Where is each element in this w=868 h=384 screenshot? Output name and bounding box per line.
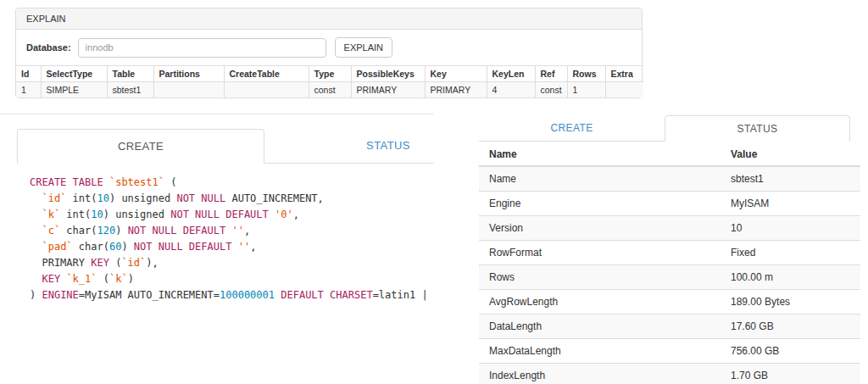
code-token-plain (103, 176, 109, 188)
explain-data-cell: 1 (16, 82, 41, 98)
status-row: DataLength17.60 GB (479, 314, 860, 339)
code-token-str: `pad` (42, 241, 72, 253)
explain-header-cell: Partitions (153, 66, 224, 82)
code-token-kw: KEY (42, 273, 60, 285)
code-token-num: 120 (97, 225, 116, 237)
explain-header-cell: SelectType (41, 66, 107, 82)
explain-data-cell: const (309, 82, 351, 98)
status-header-cell: Name (479, 144, 721, 166)
code-token-plain (269, 209, 275, 220)
status-header-cell: Value (721, 144, 860, 166)
explain-header-cell: CreateTable (224, 66, 309, 82)
code-token-num: 60 (109, 241, 121, 253)
status-name-cell: Engine (479, 192, 721, 216)
explain-data-cell: 4 (487, 82, 535, 98)
explain-data-cell: sbtest1 (107, 82, 153, 98)
code-token-plain: ) (128, 273, 134, 285)
code-token-plain: =latin1 | (373, 289, 428, 301)
explain-form: Database: EXPLAIN (16, 30, 642, 65)
code-token-plain (30, 273, 42, 285)
code-token-plain: int( (66, 192, 97, 204)
code-token-plain: ) (30, 289, 42, 301)
explain-header-row: IdSelectTypeTablePartitionsCreateTableTy… (16, 66, 643, 82)
explain-data-cell: SIMPLE (41, 82, 107, 98)
explain-header-cell: KeyLen (487, 66, 535, 82)
database-label: Database: (26, 42, 71, 53)
code-line: `c` char(120) NOT NULL DEFAULT '', (30, 223, 434, 239)
status-name-cell: Rows (479, 265, 721, 290)
status-row: AvgRowLength189.00 Bytes (479, 290, 860, 314)
code-token-plain: =MyISAM AUTO_INCREMENT= (79, 289, 220, 301)
tab-create[interactable]: CREATE (17, 129, 264, 164)
status-value-cell: 1.70 GB (721, 364, 860, 384)
explain-panel: EXPLAIN Database: EXPLAIN IdSelectTypeTa… (15, 8, 643, 98)
status-name-cell: AvgRowLength (479, 290, 721, 314)
code-token-kw: NOT NULL DEFAULT (170, 209, 269, 220)
status-value-cell: 17.60 GB (721, 314, 860, 339)
tab-create[interactable]: CREATE (479, 115, 665, 141)
code-token-num: 10 (97, 192, 108, 204)
status-name-cell: RowFormat (479, 241, 721, 265)
explain-data-cell: PRIMARY (425, 82, 487, 98)
explain-data-row: 1SIMPLEsbtest1 constPRIMARYPRIMARY4const… (16, 82, 643, 98)
status-value-cell: Fixed (721, 241, 860, 265)
status-value-cell: 100.00 m (721, 265, 860, 290)
code-token-str: '' (238, 241, 250, 253)
code-token-kw: NOT NULL (176, 192, 225, 204)
code-token-plain: ( (97, 273, 109, 285)
status-header-row: NameValue (479, 144, 860, 166)
code-token-plain: ) (115, 225, 127, 237)
explain-header-cell: Extra (605, 66, 643, 82)
explain-data-cell: PRIMARY (351, 82, 425, 98)
explain-button[interactable]: EXPLAIN (335, 37, 392, 58)
status-card: CREATE STATUS NameValue Namesbtest1Engin… (479, 115, 860, 384)
code-token-plain: ( (109, 257, 121, 269)
create-card-tabs: CREATE STATUS (17, 129, 434, 164)
code-token-plain (30, 241, 42, 253)
status-row: Namesbtest1 (479, 166, 860, 192)
code-token-num: 100000001 (220, 289, 275, 301)
status-row: MaxDataLength756.00 GB (479, 339, 860, 364)
code-line: CREATE TABLE `sbtest1` ( (30, 175, 434, 191)
tab-status[interactable]: STATUS (264, 129, 434, 163)
code-line: `id` int(10) unsigned NOT NULL AUTO_INCR… (30, 191, 434, 207)
status-row: IndexLength1.70 GB (479, 364, 860, 384)
status-row: Rows100.00 m (479, 265, 860, 290)
status-row: Version10 (479, 216, 860, 241)
status-table: NameValue Namesbtest1EngineMyISAMVersion… (479, 144, 860, 384)
explain-header-cell: Type (309, 66, 351, 82)
code-token-kw: DEFAULT CHARSET (281, 289, 372, 301)
code-token-plain: char( (73, 241, 109, 253)
code-token-plain (30, 192, 42, 204)
code-token-kw: NOT NULL DEFAULT (128, 225, 226, 237)
code-line: `pad` char(60) NOT NULL DEFAULT '', (30, 239, 434, 255)
code-token-plain: AUTO_INCREMENT, (225, 192, 324, 204)
explain-header-cell: PossibleKeys (351, 66, 425, 82)
code-token-plain: char( (60, 225, 97, 237)
status-value-cell: 189.00 Bytes (721, 290, 860, 314)
explain-header-cell: Key (425, 66, 487, 82)
database-input[interactable] (78, 38, 326, 58)
status-row: EngineMyISAM (479, 192, 860, 216)
code-line: ) ENGINE=MyISAM AUTO_INCREMENT=100000001… (30, 287, 434, 303)
code-token-kw: CREATE TABLE (30, 176, 103, 188)
separator-line (0, 114, 434, 114)
code-token-plain: , (244, 225, 250, 237)
status-value-cell: 10 (721, 216, 860, 241)
explain-header-cell: Table (107, 66, 153, 82)
code-token-plain: ), (146, 257, 158, 269)
status-name-cell: Version (479, 216, 721, 241)
code-token-str: `k` (109, 273, 128, 285)
status-value-cell: MyISAM (721, 192, 860, 216)
explain-header-cell: Ref (535, 66, 567, 82)
explain-data-cell: const (535, 82, 567, 98)
code-token-kw: NOT NULL DEFAULT (134, 241, 232, 253)
create-table-code: CREATE TABLE `sbtest1` ( `id` int(10) un… (30, 175, 434, 303)
code-token-plain: ) unsigned (103, 209, 170, 220)
code-token-str: '' (231, 225, 243, 237)
code-token-plain (30, 209, 42, 220)
status-name-cell: IndexLength (479, 364, 721, 384)
tab-status[interactable]: STATUS (665, 115, 850, 142)
code-line: KEY `k_1` (`k`) (30, 271, 434, 287)
code-token-str: `id` (42, 192, 66, 204)
